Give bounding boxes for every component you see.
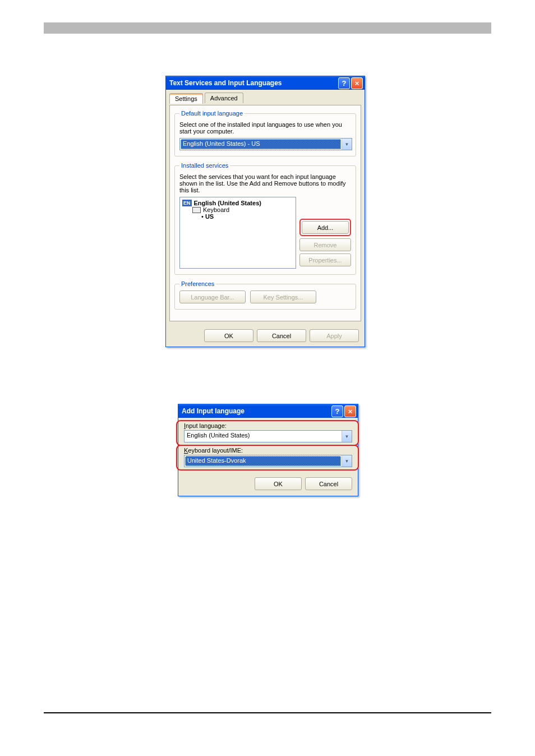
installed-services-group: Installed services Select the services t… bbox=[174, 162, 356, 275]
ok-button[interactable]: OK bbox=[204, 329, 253, 342]
add-button-label: Add... bbox=[317, 224, 334, 231]
language-bar-label: Language Bar... bbox=[191, 294, 234, 301]
close-icon[interactable]: × bbox=[351, 77, 363, 89]
chevron-down-icon[interactable]: ▼ bbox=[342, 455, 352, 467]
keyboard-icon bbox=[192, 207, 201, 213]
group-legend: Default input language bbox=[179, 110, 245, 117]
keyboard-layout-row: Keyboard layout/IME: United States-Dvora… bbox=[184, 447, 352, 467]
cancel-button[interactable]: Cancel bbox=[257, 329, 306, 342]
close-icon[interactable]: × bbox=[344, 405, 356, 417]
language-bar-button: Language Bar... bbox=[179, 291, 246, 303]
cancel-button[interactable]: Cancel bbox=[305, 477, 352, 490]
side-buttons: Add... Remove Properties... bbox=[299, 197, 351, 269]
chevron-down-icon[interactable]: ▼ bbox=[342, 139, 352, 150]
default-input-language-group: Default input language Select one of the… bbox=[174, 110, 356, 156]
remove-button-label: Remove bbox=[314, 242, 337, 248]
installed-services-tree[interactable]: EN English (United States) Keyboard US bbox=[179, 197, 296, 269]
dialog-title: Text Services and Input Languages bbox=[169, 79, 337, 87]
input-language-select[interactable]: English (United States) ▼ bbox=[184, 430, 352, 442]
tab-settings[interactable]: Settings bbox=[169, 93, 203, 104]
keyboard-layout-label: Keyboard layout/IME: bbox=[184, 447, 352, 454]
dialog-body: Input language: English (United States) … bbox=[178, 418, 358, 474]
input-language-value: English (United States) bbox=[185, 431, 342, 442]
add-button[interactable]: Add... bbox=[302, 221, 349, 234]
chevron-down-icon[interactable]: ▼ bbox=[342, 431, 352, 442]
help-icon[interactable]: ? bbox=[338, 77, 350, 89]
preferences-group: Preferences Language Bar... Key Settings… bbox=[174, 280, 356, 310]
language-badge-icon: EN bbox=[182, 200, 192, 206]
key-settings-button: Key Settings... bbox=[250, 291, 316, 303]
group-desc: Select one of the installed input langua… bbox=[179, 121, 351, 135]
properties-button-label: Properties... bbox=[308, 257, 342, 264]
tree-language-label: English (United States) bbox=[194, 200, 261, 206]
input-language-label: Input language: bbox=[184, 422, 352, 429]
remove-button: Remove bbox=[299, 238, 351, 251]
titlebar[interactable]: Add Input language ? × bbox=[178, 404, 358, 418]
dialog-title: Add Input language bbox=[182, 407, 330, 415]
group-desc: Select the services that you want for ea… bbox=[179, 173, 351, 193]
text-services-dialog: Text Services and Input Languages ? × Se… bbox=[165, 76, 365, 347]
tree-layout-label: US bbox=[205, 213, 214, 220]
add-button-highlight: Add... bbox=[299, 219, 351, 236]
properties-button: Properties... bbox=[299, 253, 351, 266]
tree-layout-node[interactable]: US bbox=[201, 213, 293, 220]
titlebar[interactable]: Text Services and Input Languages ? × bbox=[166, 76, 365, 90]
add-input-language-dialog: Add Input language ? × Input language: E… bbox=[178, 404, 358, 496]
group-legend: Installed services bbox=[179, 162, 230, 169]
label-rest: nput language: bbox=[186, 422, 227, 429]
default-language-select[interactable]: English (United States) - US ▼ bbox=[179, 138, 352, 150]
tabstrip: Settings Advanced bbox=[166, 90, 365, 105]
ok-button[interactable]: OK bbox=[255, 477, 302, 490]
default-language-value: English (United States) - US bbox=[181, 139, 341, 149]
keyboard-layout-value: United States-Dvorak bbox=[185, 456, 341, 466]
tree-keyboard-node[interactable]: Keyboard bbox=[192, 206, 293, 213]
apply-button: Apply bbox=[310, 329, 359, 342]
tab-advanced[interactable]: Advanced bbox=[205, 93, 243, 103]
help-icon[interactable]: ? bbox=[331, 405, 343, 417]
keyboard-layout-select[interactable]: United States-Dvorak ▼ bbox=[184, 455, 352, 467]
input-language-row: Input language: English (United States) … bbox=[184, 422, 352, 442]
group-legend: Preferences bbox=[179, 280, 216, 287]
key-settings-label: Key Settings... bbox=[264, 294, 303, 301]
page-footer-divider bbox=[44, 712, 491, 713]
dialog-footer: OK Cancel bbox=[178, 474, 358, 496]
tree-keyboard-label: Keyboard bbox=[203, 206, 229, 213]
dialog-footer: OK Cancel Apply bbox=[166, 325, 365, 347]
label-rest: eyboard layout/IME: bbox=[188, 447, 243, 454]
tree-language-node[interactable]: EN English (United States) bbox=[182, 200, 293, 206]
tab-body: Default input language Select one of the… bbox=[169, 105, 361, 321]
page-header-bar bbox=[44, 22, 491, 34]
